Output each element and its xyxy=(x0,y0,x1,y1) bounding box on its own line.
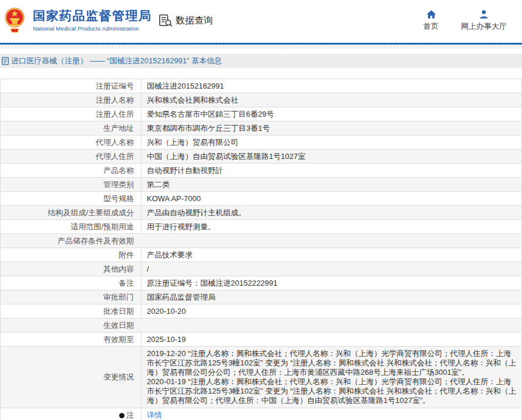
breadcrumb: 进口医疗器械（注册） —— “国械注进20152162991” 基本信息 xyxy=(0,54,522,68)
table-row-approval-date: 批准日期 2020-10-20 xyxy=(1,304,521,319)
site-title-block: 国家药品监督管理局 National Medical Products Admi… xyxy=(33,8,152,32)
registration-info-table: 注册证编号 国械注进20152162991 注册人名称 兴和株式会社興和株式会社… xyxy=(0,79,522,420)
row-value: 2020-10-20 xyxy=(142,304,521,318)
row-value: 第二类 xyxy=(142,178,521,191)
row-label: 有效期至 xyxy=(1,333,142,346)
change-paragraph: 2019-12-20 “注册人名称：興和株式会社；代理人名称：兴和（上海）光学商… xyxy=(147,349,517,377)
row-label: 注册人名称 xyxy=(1,93,142,107)
table-row-storage-conditions: 产品储存条件及有效期 xyxy=(1,234,521,248)
row-label: 结构及组成/主要组成成分 xyxy=(1,206,142,219)
row-label: 适用范围/预期用途 xyxy=(1,220,142,233)
data-query-label: 数据查询 xyxy=(176,15,213,27)
row-value: 中国（上海）自由贸易试验区基隆路1号1027室 xyxy=(142,150,521,163)
row-value: 国家药品监督管理局 xyxy=(142,290,521,304)
table-row-intended-use: 适用范围/预期用途 用于进行视野测量。 xyxy=(1,220,521,234)
table-row-agent-address: 代理人住所 中国（上海）自由贸易试验区基隆路1号1027室 xyxy=(1,150,521,164)
table-row-valid-until: 有效期至 2025-10-19 xyxy=(1,333,521,347)
row-label: 生效日期 xyxy=(1,319,142,332)
home-icon xyxy=(426,10,436,19)
site-subtitle: National Medical Products Administration xyxy=(33,25,152,32)
top-nav: 首页 网上办事大厅 xyxy=(423,10,507,32)
row-value: 自动视野计自動視野計 xyxy=(142,164,521,177)
table-row-product-name: 产品名称 自动视野计自動視野計 xyxy=(1,164,521,178)
site-title: 国家药品监督管理局 xyxy=(33,8,152,23)
row-value: 兴和（上海）贸易有限公司 xyxy=(142,136,521,149)
breadcrumb-text: 进口医疗器械（注册） —— “国械注进20152162991” 基本信息 xyxy=(11,56,222,66)
row-value xyxy=(142,234,521,248)
table-row-production-address: 生产地址 東京都調布市調布ケ丘三丁目3番1号 xyxy=(1,121,521,136)
row-value: / xyxy=(142,262,521,276)
row-label: 型号规格 xyxy=(1,192,142,205)
table-row-management-class: 管理类别 第二类 xyxy=(1,178,521,192)
nav-home[interactable]: 首页 xyxy=(423,10,439,32)
row-value: 国械注进20152162991 xyxy=(142,79,521,93)
row-label: 注册人住所 xyxy=(1,107,142,121)
row-label: 批准日期 xyxy=(1,304,142,318)
row-value: 兴和株式会社興和株式会社 xyxy=(142,93,521,107)
row-value: 详情 xyxy=(142,408,521,420)
table-row-registrant-name: 注册人名称 兴和株式会社興和株式会社 xyxy=(1,93,521,107)
row-label: 管理类别 xyxy=(1,178,142,191)
row-label: 注册证编号 xyxy=(1,79,142,93)
row-label: 产品储存条件及有效期 xyxy=(1,234,142,248)
table-row-attachment: 附件 产品技术要求 xyxy=(1,248,521,262)
row-label: 生产地址 xyxy=(1,121,142,135)
details-link[interactable]: 详情 xyxy=(147,410,162,420)
national-emblem-icon xyxy=(5,6,25,33)
table-row-approval-department: 审批部门 国家药品监督管理局 xyxy=(1,290,521,304)
row-label: 产品名称 xyxy=(1,164,142,177)
row-value: 原注册证编号：国械注进20152222991 xyxy=(142,276,521,290)
table-row-agent-name: 代理人名称 兴和（上海）贸易有限公司 xyxy=(1,136,521,150)
table-row-composition: 结构及组成/主要组成成分 产品由自动视野计主机组成。 xyxy=(1,206,521,220)
document-icon xyxy=(2,57,9,65)
table-row-effective-date: 生效日期 xyxy=(1,319,521,333)
row-value xyxy=(142,319,521,332)
table-row-note: 注 详情 xyxy=(1,408,521,420)
hatched-strip xyxy=(0,45,522,49)
row-label: 备注 xyxy=(1,276,142,290)
row-value: 产品技术要求 xyxy=(142,248,521,262)
row-value: 用于进行视野测量。 xyxy=(142,220,521,233)
row-label: 审批部门 xyxy=(1,290,142,304)
row-value: 東京都調布市調布ケ丘三丁目3番1号 xyxy=(142,121,521,135)
person-icon xyxy=(479,10,489,19)
nav-service-hall[interactable]: 网上办事大厅 xyxy=(461,10,507,32)
table-row-model-spec: 型号规格 KOWA AP-7000 xyxy=(1,192,521,206)
row-label: 代理人名称 xyxy=(1,136,142,149)
document-magnifier-icon xyxy=(159,14,173,27)
table-row-change-history: 变更情况 2019-12-20 “注册人名称：興和株式会社；代理人名称：兴和（上… xyxy=(1,347,521,408)
note-label: 注 xyxy=(126,410,134,420)
site-logo[interactable]: 国家药品监督管理局 National Medical Products Admi… xyxy=(5,6,152,33)
row-label: 注 xyxy=(1,408,142,420)
change-paragraph: 2020-01-19 “注册人名称：興和株式会社；代理人名称：兴和（上海）光学商… xyxy=(147,377,517,405)
nav-home-label: 首页 xyxy=(423,21,439,32)
table-row-cert-number: 注册证编号 国械注进20152162991 xyxy=(1,79,521,93)
table-row-remarks: 备注 原注册证编号：国械注进20152222991 xyxy=(1,276,521,290)
row-label: 变更情况 xyxy=(1,347,142,408)
header: 国家药品监督管理局 National Medical Products Admi… xyxy=(0,0,522,43)
row-value: 2025-10-19 xyxy=(142,333,521,346)
black-pin-icon xyxy=(119,413,124,418)
row-value: 2019-12-20 “注册人名称：興和株式会社；代理人名称：兴和（上海）光学商… xyxy=(142,347,521,408)
row-label: 其他内容 xyxy=(1,262,142,276)
table-row-other-content: 其他内容 / xyxy=(1,262,521,276)
data-query-nav[interactable]: 数据查询 xyxy=(159,14,213,27)
row-value: 爱知県名古屋市中区錦三丁目6番29号 xyxy=(142,107,521,121)
row-value: 产品由自动视野计主机组成。 xyxy=(142,206,521,219)
row-value: KOWA AP-7000 xyxy=(142,192,521,205)
row-label: 代理人住所 xyxy=(1,150,142,163)
nav-service-hall-label: 网上办事大厅 xyxy=(461,21,507,32)
row-label: 附件 xyxy=(1,248,142,262)
table-row-registrant-address: 注册人住所 爱知県名古屋市中区錦三丁目6番29号 xyxy=(1,107,521,121)
